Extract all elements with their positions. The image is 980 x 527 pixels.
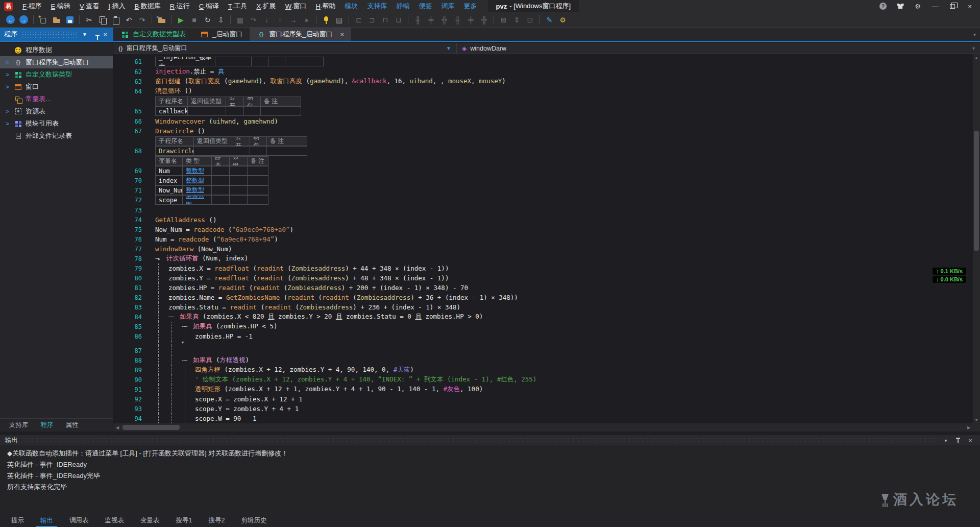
same-size-icon[interactable]: ⊡ (524, 14, 536, 26)
table-cell[interactable]: index (155, 176, 183, 185)
table-cell[interactable] (211, 176, 230, 185)
stop-icon[interactable]: ■ (188, 14, 201, 26)
tip-pin-icon[interactable] (320, 14, 332, 26)
code-line-84[interactable]: 84╌╌如果真 (zombies.X < 820 且 zombies.Y > 2… (113, 312, 973, 322)
undo-icon[interactable]: ↶ (122, 14, 135, 26)
code-line-67[interactable]: 67Drawcircle () (113, 126, 973, 136)
nav-back-icon[interactable]: ← (4, 14, 17, 26)
restart-icon[interactable]: ↻ (201, 14, 214, 26)
code-line-87[interactable]: 87 (113, 346, 973, 355)
run-to-cursor-icon[interactable]: → (287, 14, 300, 26)
code-line-93[interactable]: 93scope.Y = zombies.Y + 4 + 1 (113, 404, 973, 414)
code-line-92[interactable]: 92scope.X = zombies.X + 12 + 1 (113, 394, 973, 404)
table-cell[interactable] (285, 57, 324, 66)
code-line-91[interactable]: 91透明矩形 (zombies.X + 12 + 1, zombies.Y + … (113, 385, 973, 394)
menu-extra-1[interactable]: 支持库 (363, 0, 392, 12)
code-line-89[interactable]: 89四角方框 (zombies.X + 12, zombies.Y + 4, 9… (113, 365, 973, 375)
bottom-tab-6[interactable]: 搜寻2 (200, 514, 233, 527)
code-editor[interactable]: 61_injection_被单击62injection.禁止 = 真63窗口创建… (113, 54, 973, 423)
code-line-86[interactable]: 86zombies.HP = -1 (113, 331, 973, 341)
code-line-77[interactable]: 77windowDarw (Now_Num) (113, 244, 973, 254)
table-cell[interactable]: 整数型 (182, 176, 212, 185)
table-cell[interactable] (247, 195, 268, 205)
table-cell[interactable] (247, 185, 268, 195)
code-line-88[interactable]: 88╌╌如果真 (方框透视) (113, 355, 973, 365)
code-line-63[interactable]: 63窗口创建 (取窗口宽度 (gamehwnd), 取窗口高度 (gamehwn… (113, 77, 973, 86)
table-cell[interactable] (229, 166, 248, 176)
table-cell[interactable] (266, 146, 307, 156)
table-cell[interactable] (260, 106, 301, 116)
run-icon[interactable]: ▶ (175, 14, 187, 26)
code-line-83[interactable]: 83zombies.Statu = readint (readint (Zomb… (113, 302, 973, 312)
menu-W[interactable]: W.窗口 (281, 0, 311, 12)
save-icon[interactable] (63, 14, 76, 26)
paste-icon[interactable] (109, 14, 122, 26)
note-list-icon[interactable]: ▤ (333, 14, 346, 26)
table-cell[interactable] (215, 57, 252, 66)
close-button-icon[interactable]: × (963, 1, 977, 11)
space-equal-icon[interactable]: ╬ (478, 14, 491, 26)
step-over-icon[interactable]: ↷ (247, 14, 260, 26)
new-file-icon[interactable]: ▢✦ (37, 14, 50, 26)
cut-icon[interactable]: ✂ (83, 14, 95, 26)
code-line-81[interactable]: 81zombies.HP = readint (readint (Zombies… (113, 283, 973, 293)
table-cell[interactable]: 屏幕范围 (182, 195, 212, 205)
bottom-tab-4[interactable]: 变量表 (132, 514, 168, 527)
menu-V[interactable]: V.查看 (75, 0, 104, 12)
code-line-78[interactable]: 78╌▸计次循环首 (Num, index) (113, 254, 973, 264)
method-dropdown-icon[interactable]: ▾ (972, 45, 975, 51)
menu-extra-3[interactable]: 便签 (414, 0, 437, 12)
code-table-row-65[interactable]: 65callback (113, 106, 973, 116)
code-line-75[interactable]: 75Now_Num = readcode (“6a9ec0+768+a0”) (113, 225, 973, 234)
menu-B[interactable]: B.数据库 (130, 0, 165, 12)
tree-item-1[interactable]: >{}窗口程序集_启动窗口 (0, 56, 113, 68)
table-cell[interactable] (251, 57, 268, 66)
table-cell[interactable] (211, 185, 230, 195)
table-cell[interactable] (226, 106, 244, 116)
scroll-right-icon[interactable]: ▶ (965, 425, 973, 430)
menu-extra-2[interactable]: 静编 (392, 0, 414, 12)
bottom-tab-3[interactable]: 监视表 (97, 514, 133, 527)
open-file-icon[interactable] (50, 14, 63, 26)
table-cell[interactable]: Num (155, 166, 183, 176)
table-cell[interactable]: Now_Num (155, 185, 183, 195)
bottom-tab-1[interactable]: 输出 (32, 514, 61, 527)
menu-extra-0[interactable]: 模块 (340, 0, 363, 12)
sidebar-tab-0[interactable]: 支持库 (3, 419, 35, 432)
code-line-62[interactable]: 62injection.禁止 = 真 (113, 67, 973, 77)
redo-icon[interactable]: ↷ (136, 14, 149, 26)
table-cell[interactable] (247, 176, 268, 185)
align-bottom-icon[interactable]: ⊔ (392, 14, 405, 26)
output-dropdown-icon[interactable]: ▾ (941, 438, 950, 443)
tree-item-4[interactable]: 常量表... (0, 93, 113, 105)
ide-options-icon[interactable]: ⚙ (556, 14, 569, 26)
sidebar-tab-2[interactable]: 属性 (60, 419, 85, 432)
table-cell[interactable]: scope (155, 195, 183, 205)
menu-H[interactable]: H.帮助 (311, 0, 340, 12)
menu-E[interactable]: E.编辑 (46, 0, 75, 12)
format-brush-icon[interactable]: ✎ (543, 14, 556, 26)
debug-window-icon[interactable]: ▦ (234, 14, 247, 26)
menu-F[interactable]: F.程序 (18, 0, 46, 12)
help-button-icon[interactable]: ? (876, 1, 890, 11)
table-cell[interactable] (187, 106, 226, 116)
doc-tab-1[interactable]: _启动窗口 (193, 28, 250, 41)
align-right-icon[interactable]: ⊐ (365, 14, 378, 26)
table-cell[interactable]: callback (155, 106, 188, 116)
tree-item-5[interactable]: >资源表 (0, 105, 113, 117)
sidebar-tab-1[interactable]: 程序 (35, 419, 60, 432)
table-cell[interactable] (193, 146, 232, 156)
code-line-79[interactable]: 79zombies.X = readfloat (readint (Zombie… (113, 264, 973, 273)
code-line-82[interactable]: 82zombies.Name = GetZombiesName (readint… (113, 293, 973, 302)
table-cell[interactable] (243, 106, 261, 116)
space-vertical-icon[interactable]: ╬ (438, 14, 451, 26)
same-height-icon[interactable]: ⇕ (510, 14, 523, 26)
output-pin-icon[interactable] (953, 437, 963, 443)
code-line-80[interactable]: 80zombies.Y = readfloat (readint (Zombie… (113, 273, 973, 283)
code-table-row-72[interactable]: 72scope屏幕范围 (113, 195, 973, 205)
table-cell[interactable] (229, 176, 248, 185)
menu-T[interactable]: T.工具 (224, 0, 252, 12)
vertical-scroll-thumb[interactable] (974, 131, 979, 251)
class-dropdown-icon[interactable]: ▼ (446, 45, 451, 51)
table-cell[interactable]: Drawcircle (155, 146, 194, 156)
